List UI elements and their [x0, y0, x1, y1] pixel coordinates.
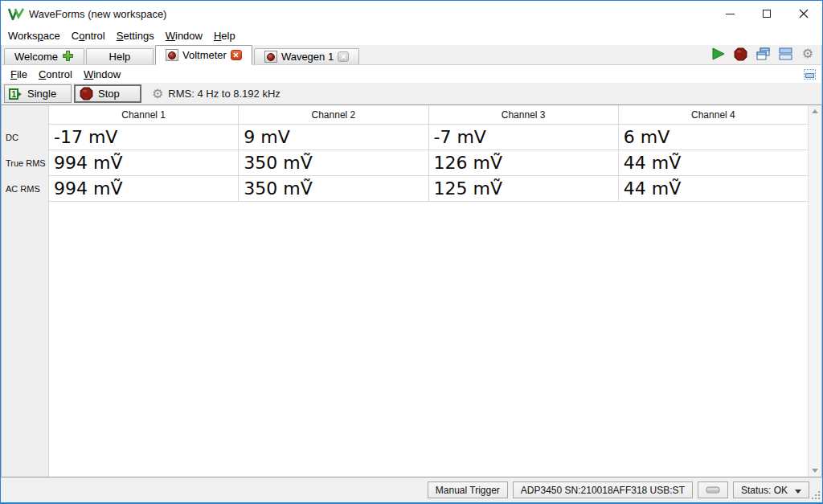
stop-octagon-icon: [80, 87, 93, 100]
waveforms-window: WaveForms (new workspace) Workspace Cont…: [0, 0, 823, 504]
add-instrument-icon[interactable]: [62, 50, 74, 64]
menu-label: Window: [166, 30, 203, 42]
menu-window[interactable]: Window: [160, 27, 208, 44]
main-menubar: Workspace Control Settings Window Help: [1, 27, 822, 45]
svg-text:1: 1: [12, 90, 17, 99]
row-label-fill: [2, 202, 48, 477]
measurement-grid: Channel 1 Channel 2 Channel 3 Channel 4 …: [49, 105, 808, 477]
tab-actions: ⚙: [709, 46, 821, 64]
vertical-scrollbar[interactable]: [808, 105, 821, 477]
stop-octagon-icon: [734, 47, 747, 61]
tab-label: Wavegen 1: [281, 51, 334, 63]
row-label-dc: DC: [2, 125, 48, 150]
tab-label: Help: [109, 51, 131, 63]
manual-trigger-button[interactable]: Manual Trigger: [428, 481, 508, 498]
device-icon: [706, 486, 720, 494]
device-manager-button[interactable]: [698, 481, 728, 498]
tab-help[interactable]: Help: [86, 48, 154, 64]
ac-rms-value-ch4: 44 mṼ: [619, 176, 808, 202]
window-title: WaveForms (new workspace): [29, 8, 166, 20]
waveforms-logo-icon: [8, 7, 24, 20]
stop-button-label: Stop: [98, 88, 120, 100]
undock-window-button[interactable]: [800, 67, 818, 81]
row-label-ac-rms: AC RMS: [2, 176, 48, 202]
statusbar: Manual Trigger ADP3450 SN:210018AFF318 U…: [1, 477, 822, 502]
close-button[interactable]: [785, 1, 822, 27]
run-all-button[interactable]: [709, 46, 727, 62]
rms-gear-icon: ⚙: [152, 88, 163, 100]
manual-trigger-label: Manual Trigger: [436, 485, 500, 496]
wavegen-status-icon: [264, 51, 277, 63]
grid-header-row: Channel 1 Channel 2 Channel 3 Channel 4: [49, 105, 808, 125]
tab-bar: Welcome Help Voltmeter Wavegen 1: [1, 45, 822, 65]
column-header-channel-1: Channel 1: [49, 105, 239, 125]
tab-label: Voltmeter: [182, 49, 227, 61]
menu-inst-window[interactable]: Window: [78, 66, 126, 83]
menu-label: Control: [39, 68, 72, 80]
settings-gear-icon: ⚙: [802, 47, 813, 60]
stop-all-button[interactable]: [731, 46, 749, 62]
true-rms-value-ch3: 126 mṼ: [429, 150, 619, 176]
voltmeter-content: DC True RMS AC RMS Channel 1 Channel 2 C…: [1, 104, 822, 477]
scroll-down-icon[interactable]: [812, 469, 818, 473]
grid-empty-area: [49, 202, 808, 477]
menu-settings[interactable]: Settings: [111, 27, 160, 44]
scroll-up-icon[interactable]: [812, 109, 818, 113]
play-icon: [711, 47, 725, 60]
tab-welcome[interactable]: Welcome: [4, 48, 84, 64]
titlebar[interactable]: WaveForms (new workspace): [1, 1, 822, 27]
ac-rms-value-ch1: 994 mṼ: [49, 176, 239, 202]
instrument-menubar: File Control Window: [1, 65, 822, 83]
rms-range-label: RMS: 4 Hz to 8.192 kHz: [168, 88, 280, 100]
voltmeter-toolbar: 1 Single Stop ⚙ RMS: 4 Hz to 8.192 kHz: [1, 83, 822, 104]
undock-window-icon: [803, 68, 817, 80]
voltmeter-status-icon: [166, 49, 178, 61]
tile-windows-button[interactable]: [776, 46, 794, 62]
menu-help[interactable]: Help: [208, 27, 241, 44]
column-header-channel-3: Channel 3: [429, 105, 619, 125]
dropdown-caret-icon: [795, 490, 801, 494]
options-button[interactable]: ⚙: [799, 46, 817, 62]
voltmeter-close-icon[interactable]: [231, 50, 242, 60]
maximize-icon: [763, 10, 771, 18]
tab-voltmeter[interactable]: Voltmeter: [155, 45, 252, 65]
single-button-label: Single: [27, 88, 56, 100]
menu-workspace[interactable]: Workspace: [2, 27, 66, 44]
table-row-true-rms: 994 mṼ 350 mṼ 126 mṼ 44 mṼ: [49, 150, 808, 176]
single-button[interactable]: 1 Single: [4, 84, 72, 103]
resize-grip[interactable]: [812, 491, 821, 500]
close-icon: [799, 9, 809, 18]
row-label-true-rms: True RMS: [2, 150, 48, 176]
wavegen-close-icon[interactable]: [338, 51, 349, 62]
status-dropdown-button[interactable]: Status: OK: [733, 481, 809, 498]
device-label: ADP3450 SN:210018AFF318 USB:ST: [521, 485, 685, 496]
status-label: Status: OK: [741, 485, 788, 496]
true-rms-value-ch2: 350 mṼ: [239, 150, 428, 176]
rms-settings[interactable]: ⚙ RMS: 4 Hz to 8.192 kHz: [152, 88, 280, 100]
dc-value-ch3: -7 mV: [429, 125, 619, 150]
tile-windows-icon: [779, 47, 792, 60]
menu-label: Help: [214, 30, 235, 42]
ac-rms-value-ch2: 350 mṼ: [239, 176, 428, 202]
menu-label: Window: [84, 68, 121, 80]
tab-label: Welcome: [14, 51, 58, 63]
minimize-button[interactable]: [711, 1, 748, 27]
menu-inst-control[interactable]: Control: [33, 66, 78, 83]
window-controls: [711, 1, 822, 27]
table-row-ac-rms: 994 mṼ 350 mṼ 125 mṼ 44 mṼ: [49, 176, 808, 202]
table-row-dc: -17 mV 9 mV -7 mV 6 mV: [49, 125, 808, 150]
table-corner: [2, 105, 48, 125]
minimize-icon: [726, 14, 735, 14]
ac-rms-value-ch3: 125 mṼ: [429, 176, 619, 202]
column-header-channel-4: Channel 4: [619, 105, 808, 125]
maximize-button[interactable]: [748, 1, 785, 27]
menu-label: Settings: [117, 30, 154, 42]
device-button[interactable]: ADP3450 SN:210018AFF318 USB:ST: [513, 481, 693, 498]
menu-label: Control: [72, 30, 105, 42]
dc-value-ch4: 6 mV: [619, 125, 808, 150]
stop-button[interactable]: Stop: [74, 84, 141, 103]
tab-wavegen[interactable]: Wavegen 1: [254, 48, 359, 64]
menu-file[interactable]: File: [5, 66, 33, 83]
cascade-windows-button[interactable]: [754, 46, 772, 62]
menu-control[interactable]: Control: [66, 27, 111, 44]
